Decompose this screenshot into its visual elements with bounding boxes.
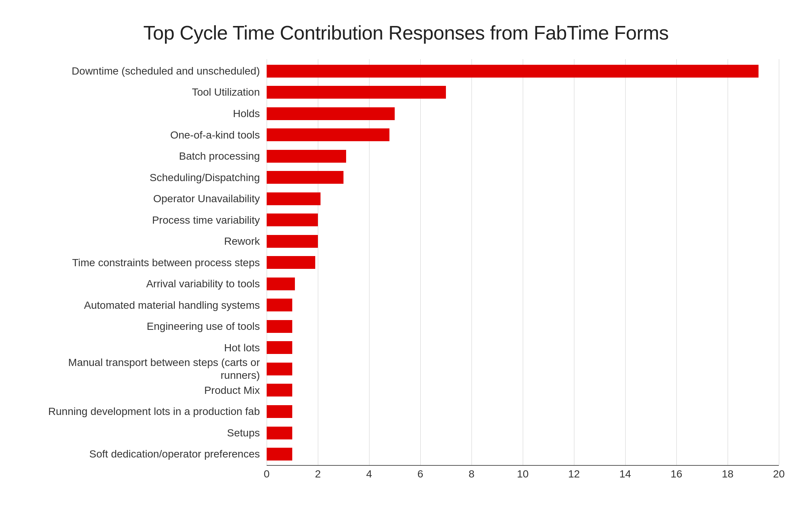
bar	[267, 86, 446, 99]
y-label: Time constraints between process steps	[72, 253, 260, 272]
y-label: Running development lots in a production…	[48, 402, 260, 421]
bars-wrapper	[267, 59, 779, 465]
bar-row	[267, 295, 779, 315]
y-label: Soft dedication/operator preferences	[89, 444, 260, 464]
bar	[267, 363, 292, 375]
y-label: Setups	[227, 423, 260, 443]
y-label: Automated material handling systems	[84, 295, 260, 315]
bar	[267, 65, 759, 78]
bar-row	[267, 232, 779, 251]
bar-row	[267, 61, 779, 81]
bar-row	[267, 274, 779, 294]
bar-row	[267, 423, 779, 443]
bar-row	[267, 210, 779, 230]
bar-row	[267, 104, 779, 124]
x-tick: 10	[517, 468, 528, 480]
chart-area: Downtime (scheduled and unscheduled)Tool…	[33, 59, 779, 485]
grid-line	[779, 59, 779, 465]
bar-row	[267, 168, 779, 187]
x-tick: 12	[568, 468, 580, 480]
bar-row	[267, 338, 779, 357]
y-label: Scheduling/Dispatching	[150, 168, 260, 187]
bar	[267, 171, 343, 184]
bar-row	[267, 253, 779, 272]
y-label: Manual transport between steps (carts or…	[33, 359, 260, 379]
x-tick: 6	[417, 468, 423, 480]
x-tick: 0	[264, 468, 270, 480]
bar	[267, 214, 318, 226]
bar	[267, 320, 292, 333]
x-tick: 16	[670, 468, 682, 480]
y-label: Process time variability	[152, 210, 260, 230]
bar-row	[267, 146, 779, 166]
bar-row	[267, 380, 779, 400]
x-axis-line	[267, 465, 779, 466]
x-tick: 4	[366, 468, 372, 480]
bar	[267, 427, 292, 439]
bar-row	[267, 125, 779, 145]
x-tick: 18	[722, 468, 733, 480]
bars-column	[267, 59, 779, 465]
bar	[267, 256, 315, 269]
bar	[267, 278, 295, 290]
bar	[267, 128, 389, 141]
y-label: Holds	[233, 104, 260, 124]
chart-container: Top Cycle Time Contribution Responses fr…	[11, 6, 801, 511]
bar-row	[267, 444, 779, 464]
x-tick: 8	[469, 468, 475, 480]
bar	[267, 384, 292, 397]
y-label: Downtime (scheduled and unscheduled)	[72, 61, 260, 81]
bar	[267, 341, 292, 354]
bar-row	[267, 359, 779, 379]
y-label: Hot lots	[224, 338, 260, 357]
x-tick: 20	[773, 468, 785, 480]
y-label: Operator Unavailability	[153, 189, 260, 209]
x-tick: 2	[315, 468, 321, 480]
y-labels: Downtime (scheduled and unscheduled)Tool…	[33, 59, 267, 485]
bar-row	[267, 402, 779, 421]
x-tick: 14	[619, 468, 631, 480]
bar-row	[267, 82, 779, 102]
y-label: Rework	[224, 232, 260, 251]
bar	[267, 299, 292, 311]
y-label: Tool Utilization	[192, 82, 260, 102]
chart-title: Top Cycle Time Contribution Responses fr…	[33, 21, 779, 44]
bars-and-grid: 02468101214161820	[267, 59, 779, 485]
bar	[267, 192, 321, 205]
bar	[267, 235, 318, 248]
bar	[267, 448, 292, 461]
y-label: Batch processing	[179, 146, 260, 166]
y-label: One-of-a-kind tools	[170, 125, 260, 145]
bar	[267, 405, 292, 418]
y-label: Product Mix	[204, 380, 260, 400]
y-label: Arrival variability to tools	[146, 274, 260, 294]
bar-row	[267, 189, 779, 209]
y-label: Engineering use of tools	[147, 317, 260, 336]
x-axis: 02468101214161820	[267, 465, 779, 485]
bar-row	[267, 317, 779, 336]
bar	[267, 107, 395, 120]
bar	[267, 150, 346, 163]
